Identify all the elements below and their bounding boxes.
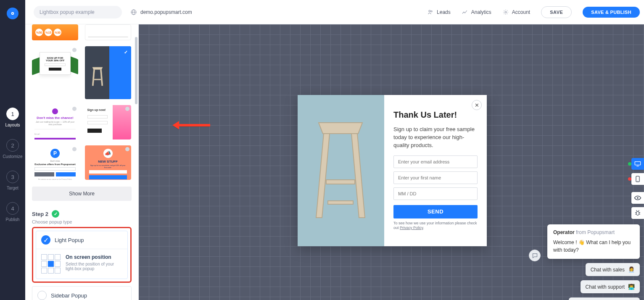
step2-sub: Choose popup type <box>32 219 132 224</box>
nav-analytics-label: Analytics <box>471 9 491 15</box>
pos-cell[interactable] <box>48 254 54 260</box>
stool-image <box>307 117 374 226</box>
save-publish-button[interactable]: SAVE & PUBLISH <box>583 7 640 18</box>
option-title: Light Popup <box>55 237 84 243</box>
svg-point-5 <box>431 11 432 12</box>
svg-point-1 <box>12 13 13 14</box>
preview-canvas[interactable]: ✕ Thank Us Later! Sign up to claim your … <box>139 24 644 300</box>
date-input[interactable] <box>393 187 478 200</box>
chat-message: Welcome ! 👋 What can I help you with tod… <box>553 239 634 254</box>
pos-cell[interactable] <box>41 268 47 274</box>
template-mini: Email <box>34 133 76 135</box>
nav-leads-label: Leads <box>437 9 451 15</box>
step2-header: Step 2 ✓ <box>32 210 132 218</box>
fine-post: . <box>423 226 424 230</box>
popup-preview[interactable]: ✕ Thank Us Later! Sign up to claim your … <box>298 95 487 246</box>
check-icon: ✓ <box>124 50 128 55</box>
topbar-right: Leads Analytics Account SAVE SAVE & PUBL… <box>427 6 640 18</box>
badge: %15 <box>45 29 52 36</box>
template-smalltext: Don't miss <box>34 160 77 162</box>
brand-logo[interactable] <box>7 8 18 19</box>
template-card[interactable]: 📣 NEW STUFF Sign up for our newsletter a… <box>85 145 131 180</box>
option-sidebar-popup[interactable]: Sidebar Popup <box>32 286 132 300</box>
template-card[interactable]: %50%15%30 <box>32 24 78 40</box>
pos-cell[interactable] <box>41 261 47 267</box>
popup-title: Thank Us Later! <box>393 110 478 120</box>
rail-step-num: 4 <box>6 202 19 215</box>
viewport-desktop[interactable] <box>631 158 644 170</box>
template-card-selected[interactable]: ✓ <box>85 46 131 99</box>
rail-step-publish[interactable]: 4 Publish <box>6 202 20 222</box>
rail-step-layouts[interactable]: 1 Layouts <box>5 108 20 127</box>
domain-label[interactable]: demo.popupsmart.com <box>130 9 192 16</box>
template-head: Don't miss the chance! <box>32 116 78 120</box>
nav-analytics[interactable]: Analytics <box>462 9 491 16</box>
pos-cell[interactable] <box>55 268 61 274</box>
chat-icon <box>532 253 538 259</box>
template-card[interactable]: P Don't miss Exclusive offers from Popup… <box>32 145 78 180</box>
template-card[interactable]: SIGN UP FOR YOUR 30% OFF <box>32 46 78 81</box>
email-input[interactable] <box>393 155 478 168</box>
viewport-mobile[interactable] <box>631 173 644 185</box>
pos-cell-selected[interactable] <box>48 261 54 267</box>
position-picker[interactable] <box>41 254 61 274</box>
pos-cell[interactable] <box>55 261 61 267</box>
rail-step-num: 3 <box>6 171 19 183</box>
nav-account[interactable]: Account <box>502 9 530 16</box>
send-button[interactable]: SEND <box>393 205 478 218</box>
project-name-input[interactable] <box>34 6 122 18</box>
template-sub: Join our mailing list to get — 10% off y… <box>34 121 76 126</box>
position-title: On screen position <box>66 254 122 260</box>
badge: %30 <box>54 29 61 36</box>
chat-chips: Chat with sales👩‍💼 Chat with support👨‍💻 … <box>569 263 640 300</box>
rail-step-label: Layouts <box>5 123 20 127</box>
nav-account-label: Account <box>512 9 530 15</box>
chip-chat-none[interactable]: I don't need something👀 <box>569 297 640 300</box>
popup-image <box>298 95 384 246</box>
status-dot-red <box>628 177 631 181</box>
option-light-popup[interactable]: ✓ Light Popup On screen position Select … <box>36 231 128 279</box>
rail-step-target[interactable]: 3 Target <box>6 171 19 190</box>
viewport-debug[interactable] <box>631 207 644 219</box>
brand-mini-icon: P <box>50 149 60 158</box>
popup-fineprint: To see how we use your information pleas… <box>393 221 478 231</box>
stool-image <box>89 61 106 93</box>
chip-chat-sales[interactable]: Chat with sales👩‍💼 <box>586 263 640 276</box>
svg-point-11 <box>636 211 639 215</box>
position-sub: Select the position of your light-box po… <box>66 262 122 271</box>
svg-rect-7 <box>635 162 640 165</box>
save-button[interactable]: SAVE <box>541 6 572 18</box>
top-bar: demo.popupsmart.com Leads Analytics Acco… <box>25 0 644 24</box>
close-icon[interactable]: ✕ <box>472 100 482 110</box>
rail-step-num: 1 <box>6 108 19 120</box>
option-title: Sidebar Popup <box>51 292 87 299</box>
rail-step-customize[interactable]: 2 Customize <box>3 139 22 159</box>
chat-toggle[interactable] <box>529 250 541 261</box>
chip-chat-support[interactable]: Chat with support👨‍💻 <box>581 280 640 293</box>
pos-cell[interactable] <box>48 268 54 274</box>
template-card[interactable]: Don't miss the chance! Join our mailing … <box>32 105 78 139</box>
pos-cell[interactable] <box>55 254 61 260</box>
mobile-icon <box>635 176 640 182</box>
firstname-input[interactable] <box>393 171 478 184</box>
nav-leads[interactable]: Leads <box>427 9 451 16</box>
rail-step-num: 2 <box>6 139 19 152</box>
privacy-link[interactable]: Privacy Policy <box>400 226 423 230</box>
template-text: Exclusive offers from Popupsmart <box>34 163 77 166</box>
viewport-rail <box>631 158 644 219</box>
viewport-preview[interactable] <box>631 192 644 204</box>
template-sub: Sign up for our newsletter and get 10% o… <box>89 164 127 168</box>
svg-point-4 <box>429 10 430 12</box>
leads-icon <box>427 9 434 16</box>
show-more-button[interactable]: Show More <box>32 187 132 201</box>
popup-body: Sign up to claim your free sample today … <box>393 126 478 150</box>
rail-step-label: Customize <box>3 154 22 159</box>
palm-sub: YOUR 30% OFF <box>46 59 65 62</box>
template-title: Sign up now! <box>87 108 106 111</box>
pos-cell[interactable] <box>41 254 47 260</box>
panel-scrollbar[interactable] <box>135 37 137 104</box>
template-card[interactable] <box>85 24 131 40</box>
template-card[interactable]: Sign up now! <box>85 105 131 139</box>
svg-point-9 <box>637 181 638 181</box>
desktop-icon <box>634 161 641 167</box>
